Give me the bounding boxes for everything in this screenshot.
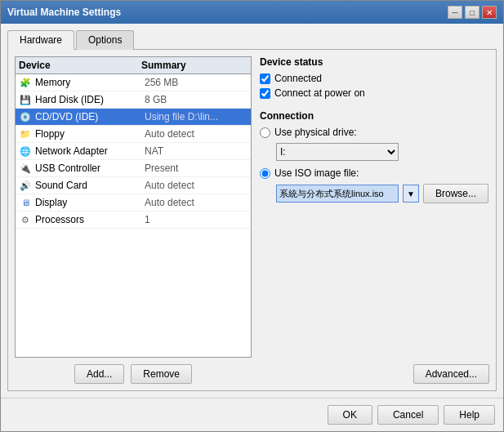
table-row[interactable]: 🖥 Display Auto detect: [16, 194, 251, 212]
device-name: Sound Card: [35, 180, 145, 191]
table-row[interactable]: ⚙ Processors 1: [16, 212, 251, 229]
device-summary: 8 GB: [145, 94, 248, 105]
bottom-bar: OK Cancel Help: [1, 398, 503, 431]
window-body: Hardware Options Device Summary 🧩 Memory: [1, 24, 503, 398]
title-bar: Virtual Machine Settings ─ □ ✕: [1, 1, 503, 24]
add-button[interactable]: Add...: [74, 364, 124, 384]
use-physical-drive-row: Use physical drive:: [260, 127, 489, 138]
device-summary: Using file D:\lin...: [145, 111, 248, 122]
table-row[interactable]: 🌐 Network Adapter NAT: [16, 143, 251, 160]
spacer: [260, 203, 489, 364]
device-summary: 1: [145, 214, 248, 225]
sound-icon: 🔊: [19, 179, 32, 192]
header-device: Device: [19, 60, 141, 71]
cpu-icon: ⚙: [19, 213, 32, 226]
use-iso-label: Use ISO image file:: [274, 167, 359, 179]
advanced-button[interactable]: Advanced...: [413, 364, 489, 384]
left-panel: Device Summary 🧩 Memory 256 MB 💾 Hard Di…: [15, 56, 252, 384]
connect-power-on-label: Connect at power on: [274, 87, 365, 99]
connection-label: Connection: [260, 110, 489, 122]
use-physical-drive-label: Use physical drive:: [274, 127, 357, 138]
device-name: Network Adapter: [35, 145, 145, 157]
tab-content: Device Summary 🧩 Memory 256 MB 💾 Hard Di…: [7, 49, 497, 391]
table-row[interactable]: 📁 Floppy Auto detect: [16, 126, 251, 143]
ok-button[interactable]: OK: [328, 405, 372, 425]
iso-dropdown-icon[interactable]: ▼: [403, 185, 419, 203]
browse-button[interactable]: Browse...: [423, 184, 488, 203]
left-buttons: Add... Remove: [15, 364, 252, 384]
cancel-button[interactable]: Cancel: [377, 405, 439, 425]
device-summary: Present: [145, 163, 248, 174]
right-panel: Device status Connected Connect at power…: [260, 56, 489, 384]
use-iso-row: Use ISO image file:: [260, 167, 489, 179]
device-name: USB Controller: [35, 163, 145, 174]
connect-power-on-row: Connect at power on: [260, 87, 489, 99]
connected-label: Connected: [274, 73, 322, 84]
table-header: Device Summary: [16, 57, 251, 74]
table-row[interactable]: 🔌 USB Controller Present: [16, 160, 251, 177]
table-row[interactable]: 💾 Hard Disk (IDE) 8 GB: [16, 91, 251, 109]
device-summary: Auto detect: [145, 180, 248, 191]
header-summary: Summary: [141, 60, 248, 71]
table-row-sound[interactable]: 🔊 Sound Card Auto detect: [16, 177, 251, 194]
title-bar-controls: ─ □ ✕: [448, 6, 497, 19]
close-button[interactable]: ✕: [482, 6, 497, 19]
use-physical-drive-radio[interactable]: [260, 127, 270, 138]
tab-hardware[interactable]: Hardware: [7, 30, 74, 50]
table-row[interactable]: 🧩 Memory 256 MB: [16, 74, 251, 91]
device-summary: Auto detect: [145, 128, 248, 140]
advanced-row: Advanced...: [260, 364, 489, 384]
table-row-cddvd[interactable]: 💿 CD/DVD (IDE) Using file D:\lin...: [16, 109, 251, 126]
cdrom-icon: 💿: [19, 110, 32, 123]
device-name: CD/DVD (IDE): [35, 111, 145, 122]
display-icon: 🖥: [19, 196, 32, 209]
device-name: Hard Disk (IDE): [35, 94, 145, 105]
physical-drive-select[interactable]: I:: [276, 143, 399, 161]
usb-icon: 🔌: [19, 162, 32, 175]
device-summary: NAT: [145, 145, 248, 157]
help-button[interactable]: Help: [444, 405, 495, 425]
virtual-machine-settings-window: Virtual Machine Settings ─ □ ✕ Hardware …: [0, 0, 504, 432]
device-status-label: Device status: [260, 56, 489, 68]
memory-icon: 🧩: [19, 76, 32, 89]
maximize-button[interactable]: □: [465, 6, 479, 19]
harddisk-icon: 💾: [19, 93, 32, 106]
tabs: Hardware Options: [7, 30, 497, 50]
device-summary: Auto detect: [145, 197, 248, 208]
tab-options[interactable]: Options: [76, 30, 134, 50]
use-iso-radio[interactable]: [260, 168, 270, 179]
device-name: Floppy: [35, 128, 145, 140]
device-name: Processors: [35, 214, 145, 225]
device-table: Device Summary 🧩 Memory 256 MB 💾 Hard Di…: [15, 56, 252, 358]
connected-row: Connected: [260, 73, 489, 84]
window-title: Virtual Machine Settings: [7, 7, 121, 18]
device-summary: 256 MB: [145, 77, 248, 88]
connection-section: Connection Use physical drive: I: Use IS…: [260, 110, 489, 203]
device-name: Display: [35, 197, 145, 208]
device-name: Memory: [35, 77, 145, 88]
iso-path-input[interactable]: [276, 185, 399, 203]
minimize-button[interactable]: ─: [448, 6, 462, 19]
network-icon: 🌐: [19, 145, 32, 158]
remove-button[interactable]: Remove: [131, 364, 192, 384]
connected-checkbox[interactable]: [260, 73, 270, 84]
floppy-icon: 📁: [19, 127, 32, 140]
iso-input-row: ▼ Browse...: [276, 184, 489, 203]
connect-power-on-checkbox[interactable]: [260, 88, 270, 99]
physical-drive-select-box: I:: [276, 143, 489, 161]
